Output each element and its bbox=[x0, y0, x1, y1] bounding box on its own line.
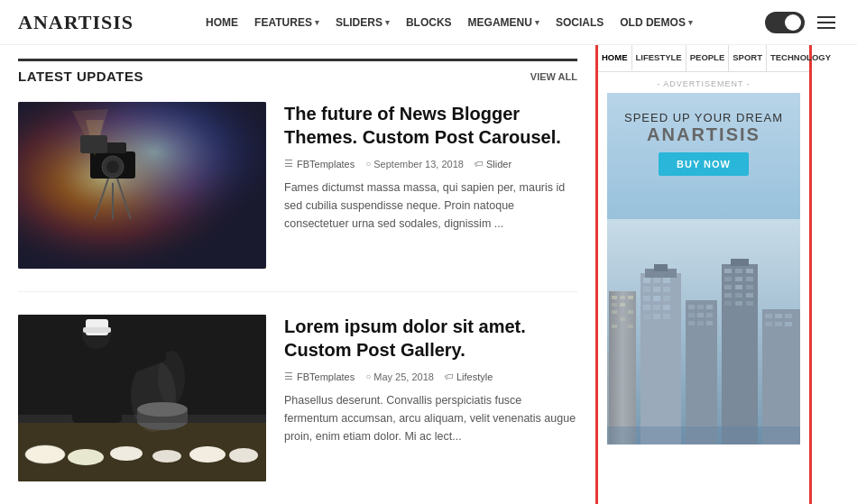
svg-point-19 bbox=[110, 446, 143, 461]
svg-rect-44 bbox=[620, 317, 625, 321]
svg-rect-92 bbox=[762, 309, 800, 444]
clock-icon: ○ bbox=[365, 159, 371, 169]
ad-skyline bbox=[607, 219, 800, 444]
chevron-down-icon: ▾ bbox=[315, 18, 319, 27]
svg-rect-71 bbox=[706, 313, 713, 317]
post-title-1[interactable]: The future of News Blogger Themes. Custo… bbox=[284, 102, 577, 149]
ad-box: SPEED UP YOUR DREAM ANARTISIS BUY NOW bbox=[607, 93, 800, 444]
svg-rect-2 bbox=[18, 102, 266, 269]
ad-text-top: SPEED UP YOUR DREAM bbox=[624, 111, 783, 124]
svg-rect-80 bbox=[724, 277, 732, 281]
tag-icon: 🏷 bbox=[475, 159, 484, 169]
logo: ANARTISIS bbox=[18, 11, 134, 34]
svg-rect-4 bbox=[99, 142, 126, 153]
svg-rect-79 bbox=[746, 269, 753, 273]
svg-rect-61 bbox=[663, 305, 670, 310]
svg-rect-78 bbox=[735, 269, 742, 273]
svg-rect-36 bbox=[609, 291, 636, 444]
post-image-svg-2 bbox=[18, 315, 266, 481]
svg-rect-39 bbox=[628, 296, 633, 299]
ad-buy-button[interactable]: BUY NOW bbox=[659, 152, 749, 176]
svg-point-30 bbox=[137, 402, 188, 417]
svg-rect-93 bbox=[765, 314, 772, 318]
nav-features[interactable]: FEATURES▾ bbox=[254, 16, 319, 29]
svg-rect-46 bbox=[628, 325, 633, 328]
svg-rect-91 bbox=[746, 301, 753, 306]
main-content: LATEST UPDATES VIEW ALL bbox=[0, 45, 595, 504]
nav-blocks[interactable]: BLOCKS bbox=[406, 16, 452, 29]
svg-rect-66 bbox=[688, 305, 695, 309]
post-category-2[interactable]: 🏷 Lifestyle bbox=[445, 371, 493, 382]
svg-rect-43 bbox=[628, 310, 633, 314]
nav-sliders[interactable]: SLIDERS▾ bbox=[336, 16, 390, 29]
skyline-svg bbox=[607, 219, 800, 444]
post-date-2: ○ May 25, 2018 bbox=[365, 371, 434, 382]
svg-point-6 bbox=[106, 160, 119, 173]
svg-rect-67 bbox=[697, 305, 704, 309]
svg-rect-54 bbox=[653, 287, 660, 292]
view-all-link[interactable]: VIEW ALL bbox=[530, 71, 577, 82]
svg-rect-77 bbox=[724, 269, 732, 273]
post-content-2: Lorem ipsum dolor sit amet. Custom Post … bbox=[284, 315, 577, 481]
svg-rect-59 bbox=[643, 305, 650, 310]
post-title-2[interactable]: Lorem ipsum dolor sit amet. Custom Post … bbox=[284, 315, 577, 362]
svg-rect-45 bbox=[612, 325, 617, 328]
header: ANARTISIS HOME FEATURES▾ SLIDERS▾ BLOCKS… bbox=[0, 0, 857, 45]
svg-rect-86 bbox=[724, 293, 732, 298]
svg-rect-55 bbox=[663, 287, 670, 292]
svg-rect-98 bbox=[785, 322, 792, 326]
sidebar-tab-lifestyle[interactable]: LIFESTYLE bbox=[632, 45, 687, 71]
post-item: Lorem ipsum dolor sit amet. Custom Post … bbox=[18, 315, 577, 504]
user-icon: ☰ bbox=[284, 371, 293, 382]
post-item: The future of News Blogger Themes. Custo… bbox=[18, 102, 577, 292]
sidebar-tab-people[interactable]: PEOPLE bbox=[687, 45, 730, 71]
post-date-1: ○ September 13, 2018 bbox=[365, 159, 464, 170]
svg-rect-88 bbox=[746, 293, 753, 298]
nav-megamenu[interactable]: MEGAMENU▾ bbox=[468, 16, 539, 29]
hamburger-button[interactable] bbox=[814, 13, 839, 32]
ad-label: - ADVERTISEMENT - bbox=[607, 79, 800, 88]
post-content-1: The future of News Blogger Themes. Custo… bbox=[284, 102, 577, 269]
svg-rect-95 bbox=[785, 314, 792, 318]
svg-rect-26 bbox=[83, 327, 111, 333]
svg-rect-63 bbox=[653, 314, 660, 319]
post-image-svg-1 bbox=[18, 102, 266, 269]
svg-rect-50 bbox=[643, 278, 650, 283]
svg-rect-51 bbox=[653, 278, 660, 283]
sidebar-tabs: HOME LIFESTYLE PEOPLE SPORT TECHNOLOGY bbox=[598, 45, 809, 72]
svg-rect-38 bbox=[620, 296, 625, 299]
sidebar-tab-sport[interactable]: SPORT bbox=[729, 45, 767, 71]
svg-rect-42 bbox=[612, 310, 617, 314]
nav-socials[interactable]: SOCIALS bbox=[556, 16, 604, 29]
post-image-1[interactable] bbox=[18, 102, 266, 269]
svg-rect-83 bbox=[724, 285, 732, 289]
svg-rect-37 bbox=[612, 296, 617, 299]
svg-rect-76 bbox=[731, 259, 749, 266]
svg-rect-57 bbox=[653, 296, 660, 301]
content-wrapper: LATEST UPDATES VIEW ALL bbox=[0, 45, 857, 504]
post-author-1: ☰ FBTemplates bbox=[284, 158, 355, 170]
svg-point-20 bbox=[152, 450, 181, 463]
svg-point-17 bbox=[25, 445, 65, 463]
toggle-circle bbox=[785, 14, 801, 31]
svg-rect-99 bbox=[607, 426, 800, 444]
svg-rect-94 bbox=[775, 314, 782, 318]
svg-rect-53 bbox=[643, 287, 650, 292]
post-category-1[interactable]: 🏷 Slider bbox=[475, 159, 511, 170]
sidebar-tab-home[interactable]: HOME bbox=[598, 45, 632, 71]
svg-rect-82 bbox=[746, 277, 753, 281]
dark-mode-toggle[interactable] bbox=[765, 12, 805, 33]
hamburger-line bbox=[817, 16, 835, 18]
header-icons bbox=[765, 12, 839, 33]
svg-rect-56 bbox=[643, 296, 650, 301]
post-image-2[interactable] bbox=[18, 315, 266, 481]
svg-rect-74 bbox=[706, 321, 713, 325]
svg-rect-41 bbox=[620, 303, 625, 307]
nav-home[interactable]: HOME bbox=[206, 16, 238, 29]
ad-section: - ADVERTISEMENT - SPEED UP YOUR DREAM AN… bbox=[598, 72, 809, 452]
chevron-down-icon: ▾ bbox=[385, 18, 390, 27]
nav-old-demos[interactable]: OLD DEMOS▾ bbox=[620, 16, 693, 29]
svg-rect-40 bbox=[612, 303, 617, 307]
svg-rect-96 bbox=[765, 322, 772, 326]
sidebar-tab-technology[interactable]: TECHNOLOGY bbox=[767, 45, 834, 71]
